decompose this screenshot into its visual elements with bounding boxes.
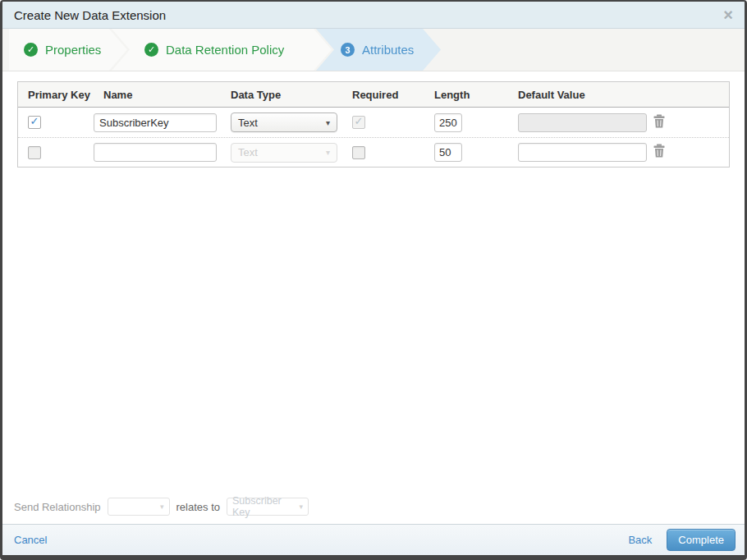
primary-key-checkbox[interactable] bbox=[28, 116, 41, 129]
dialog-title: Create New Data Extension bbox=[14, 8, 166, 22]
chevron-down-icon: ▾ bbox=[157, 503, 164, 511]
check-circle-icon: ✓ bbox=[24, 43, 38, 57]
name-field[interactable] bbox=[94, 143, 217, 162]
data-type-select[interactable]: Text ▾ bbox=[231, 112, 337, 132]
wizard-step-properties[interactable]: ✓ Properties bbox=[9, 29, 127, 71]
delete-row-button[interactable] bbox=[653, 144, 667, 158]
name-field[interactable] bbox=[94, 113, 217, 132]
column-header-name: Name bbox=[94, 89, 231, 101]
send-relationship-field-select: ▾ bbox=[108, 498, 170, 516]
wizard-step-data-retention-policy[interactable]: ✓ Data Retention Policy bbox=[112, 29, 332, 71]
default-value-field bbox=[518, 113, 647, 132]
table-header-row: Primary Key Name Data Type Required Leng… bbox=[18, 82, 729, 108]
wizard-step-label: Attributes bbox=[362, 43, 414, 57]
step-number-icon: 3 bbox=[341, 43, 355, 57]
chevron-down-icon: ▾ bbox=[326, 118, 330, 127]
column-header-default-value: Default Value bbox=[518, 89, 653, 101]
column-header-required: Required bbox=[352, 89, 434, 101]
trash-icon bbox=[653, 114, 666, 128]
wizard-step-label: Properties bbox=[45, 43, 101, 57]
attributes-table: Primary Key Name Data Type Required Leng… bbox=[17, 81, 730, 168]
relates-to-label: relates to bbox=[176, 501, 220, 513]
default-value-field[interactable] bbox=[518, 143, 647, 162]
wizard-step-label: Data Retention Policy bbox=[166, 43, 284, 57]
data-type-value: Text bbox=[238, 146, 258, 158]
length-field[interactable] bbox=[434, 113, 462, 132]
relates-to-select: Subscriber Key ▾ bbox=[227, 498, 309, 516]
chevron-down-icon: ▾ bbox=[326, 148, 330, 157]
length-field[interactable] bbox=[434, 143, 462, 162]
column-header-length: Length bbox=[434, 89, 518, 101]
column-header-primary-key: Primary Key bbox=[18, 89, 94, 101]
wizard-step-attributes[interactable]: 3 Attributes bbox=[316, 29, 441, 71]
table-row: Text ▾ bbox=[18, 138, 729, 167]
send-relationship-row: Send Relationship ▾ relates to Subscribe… bbox=[2, 498, 745, 516]
chevron-down-icon: ▾ bbox=[296, 503, 303, 511]
back-link[interactable]: Back bbox=[628, 534, 652, 546]
close-icon[interactable]: × bbox=[722, 7, 735, 23]
required-checkbox bbox=[352, 116, 365, 129]
primary-key-checkbox[interactable] bbox=[28, 146, 41, 159]
column-header-data-type: Data Type bbox=[231, 89, 352, 101]
dialog-footer: Cancel Back Complete bbox=[2, 524, 745, 555]
required-checkbox[interactable] bbox=[352, 146, 365, 159]
wizard-steps-bar: ✓ Properties ✓ Data Retention Policy 3 A… bbox=[2, 29, 745, 71]
table-row: Text ▾ bbox=[18, 108, 729, 138]
check-circle-icon: ✓ bbox=[144, 43, 158, 57]
dialog-titlebar: Create New Data Extension × bbox=[2, 2, 745, 29]
complete-button[interactable]: Complete bbox=[667, 529, 736, 551]
data-type-select: Text ▾ bbox=[231, 143, 337, 163]
relates-to-value: Subscriber Key bbox=[232, 495, 296, 518]
data-type-value: Text bbox=[238, 117, 258, 129]
send-relationship-label: Send Relationship bbox=[14, 501, 101, 513]
create-data-extension-dialog: Create New Data Extension × ✓ Properties… bbox=[0, 0, 747, 560]
dialog-content: Primary Key Name Data Type Required Leng… bbox=[2, 71, 745, 524]
content-spacer bbox=[2, 168, 745, 498]
cancel-link[interactable]: Cancel bbox=[14, 534, 47, 546]
delete-row-button[interactable] bbox=[653, 113, 667, 128]
trash-icon bbox=[653, 144, 666, 158]
